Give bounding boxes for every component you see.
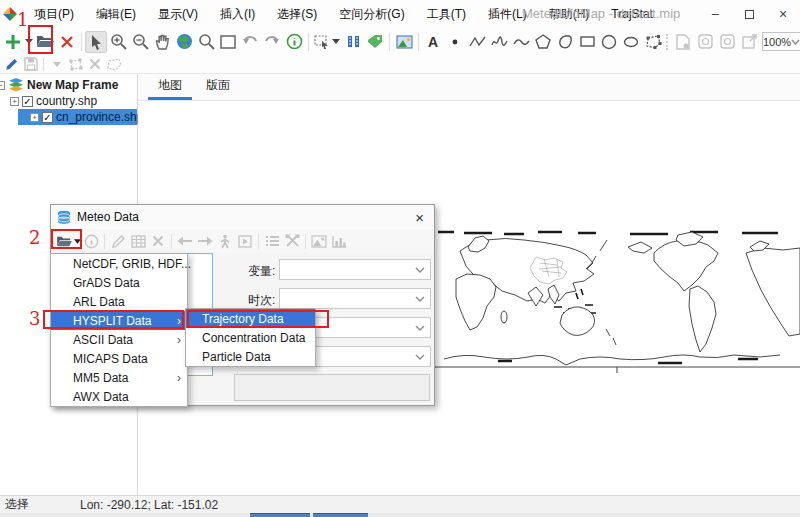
chevron-down-icon [415, 354, 425, 360]
save-button[interactable] [21, 56, 40, 72]
maximize-button[interactable] [732, 0, 766, 28]
remove-layer-button[interactable] [56, 31, 78, 53]
page-settings-icon[interactable] [672, 31, 694, 53]
disabled-tool-b-icon[interactable] [716, 31, 738, 53]
dialog-close-button[interactable]: × [411, 209, 428, 226]
view-tabs: 地图 版面 [138, 74, 800, 101]
menu-spatial-analysis[interactable]: 空间分析(G) [328, 0, 415, 28]
submenu-item-trajectory[interactable]: Trajectory Data [186, 309, 315, 328]
add-layer-button[interactable] [2, 31, 24, 53]
submenu-item-concentration[interactable]: Concentration Data [186, 328, 315, 347]
menu-edit[interactable]: 编辑(E) [85, 0, 147, 28]
time-combobox[interactable] [279, 288, 431, 309]
free-select-polygon-button[interactable] [642, 31, 664, 53]
menu-item-netcdf[interactable]: NetCDF, GRIB, HDF... [51, 254, 187, 273]
status-bar: 选择 Lon: -290.12; Lat: -151.02 [0, 495, 800, 513]
add-layer-dropdown-icon[interactable] [24, 31, 34, 53]
variable-combobox[interactable] [279, 259, 431, 280]
menu-project[interactable]: 项目(P) [23, 0, 85, 28]
tab-map[interactable]: 地图 [146, 77, 194, 100]
zoom-rectangle-icon[interactable] [217, 31, 239, 53]
chevron-right-icon: › [177, 371, 181, 385]
lasso-select-icon[interactable] [104, 56, 123, 72]
layer-row-country[interactable]: + ✓ country.shp [0, 93, 137, 109]
dialog-draw-button[interactable] [108, 231, 128, 251]
export-window-icon[interactable] [738, 31, 760, 53]
dialog-animate-button[interactable] [215, 231, 235, 251]
dialog-table-button[interactable] [128, 231, 148, 251]
dialog-prev-time-button[interactable] [175, 231, 195, 251]
menu-insert[interactable]: 插入(I) [209, 0, 266, 28]
disabled-tool-a-icon[interactable] [694, 31, 716, 53]
layer-row-cn-province[interactable]: + ✓ cn_province.shp [18, 109, 137, 125]
minimize-button[interactable]: − [698, 0, 732, 28]
text-tool-button[interactable]: A [422, 31, 444, 53]
menu-item-mm5[interactable]: MM5 Data› [51, 368, 187, 387]
smooth-curve-tool-button[interactable] [510, 31, 532, 53]
menu-view[interactable]: 显示(V) [147, 0, 209, 28]
menu-item-arl[interactable]: ARL Data [51, 292, 187, 311]
measurement-icon[interactable] [342, 31, 364, 53]
select-tool-button[interactable] [85, 31, 107, 53]
open-data-menu: NetCDF, GRIB, HDF... GrADS Data ARL Data… [50, 253, 188, 407]
menu-item-ascii[interactable]: ASCII Data› [51, 330, 187, 349]
menu-selection[interactable]: 选择(S) [266, 0, 328, 28]
dialog-list-button[interactable] [262, 231, 282, 251]
collapse-icon[interactable]: − [0, 81, 5, 90]
point-tool-button[interactable] [444, 31, 466, 53]
full-extent-globe-icon[interactable] [173, 31, 195, 53]
zoom-level-combobox[interactable]: 100% [762, 32, 800, 51]
main-toolbar: A 100% [0, 28, 800, 55]
window-title: MeteoInfoMap - default.mip [522, 0, 680, 28]
dialog-play-button[interactable] [235, 231, 255, 251]
close-button[interactable]: × [766, 0, 800, 28]
open-file-button[interactable] [34, 31, 56, 53]
pan-hand-icon[interactable] [151, 31, 173, 53]
expand-icon[interactable]: + [10, 97, 19, 106]
dialog-next-time-button[interactable] [195, 231, 215, 251]
menu-tools[interactable]: 工具(T) [416, 0, 477, 28]
taskbar-button[interactable] [250, 513, 310, 517]
freehand-curve-tool-button[interactable] [488, 31, 510, 53]
image-view-icon[interactable] [393, 31, 415, 53]
rectangle-tool-button[interactable] [576, 31, 598, 53]
layer-checkbox[interactable]: ✓ [42, 112, 53, 123]
dialog-settings-button[interactable] [282, 231, 302, 251]
edit-dropdown-icon[interactable] [47, 56, 66, 72]
polygon-tool-button[interactable] [532, 31, 554, 53]
expand-icon[interactable]: + [30, 113, 39, 122]
identify-search-icon[interactable] [195, 31, 217, 53]
map-frame-layers-icon [8, 78, 24, 92]
edit-vertices-icon[interactable] [66, 56, 85, 72]
dialog-image-button[interactable] [309, 231, 329, 251]
delete-feature-icon[interactable] [85, 56, 104, 72]
map-frame-row[interactable]: − New Map Frame [0, 77, 137, 93]
closed-curve-tool-button[interactable] [554, 31, 576, 53]
submenu-item-particle[interactable]: Particle Data [186, 347, 315, 366]
chevron-down-icon [415, 325, 425, 331]
menu-item-hysplit[interactable]: HYSPLIT Data› [51, 311, 187, 330]
menu-item-micaps[interactable]: MICAPS Data [51, 349, 187, 368]
select-feature-button[interactable] [312, 31, 342, 53]
tab-layout[interactable]: 版面 [194, 77, 242, 100]
zoom-out-button[interactable] [129, 31, 151, 53]
zoom-in-button[interactable] [107, 31, 129, 53]
menu-item-awx[interactable]: AWX Data [51, 387, 187, 406]
dialog-info-button[interactable] [81, 231, 101, 251]
info-button[interactable] [283, 31, 305, 53]
ellipse-tool-button[interactable] [620, 31, 642, 53]
polyline-tool-button[interactable] [466, 31, 488, 53]
layer-checkbox[interactable]: ✓ [22, 96, 33, 107]
redo-icon[interactable] [261, 31, 283, 53]
taskbar-button[interactable] [313, 513, 368, 517]
circle-tool-button[interactable] [598, 31, 620, 53]
dialog-open-file-button[interactable] [55, 231, 81, 251]
edit-pencil-button[interactable] [2, 56, 21, 72]
dialog-title-bar[interactable]: Meteo Data × [51, 205, 434, 229]
menu-item-grads[interactable]: GrADS Data [51, 273, 187, 292]
hysplit-submenu: Trajectory Data Concentration Data Parti… [185, 308, 316, 367]
undo-icon[interactable] [239, 31, 261, 53]
dialog-chart-button[interactable] [329, 231, 349, 251]
dialog-remove-button[interactable] [148, 231, 168, 251]
label-tag-icon[interactable] [364, 31, 386, 53]
